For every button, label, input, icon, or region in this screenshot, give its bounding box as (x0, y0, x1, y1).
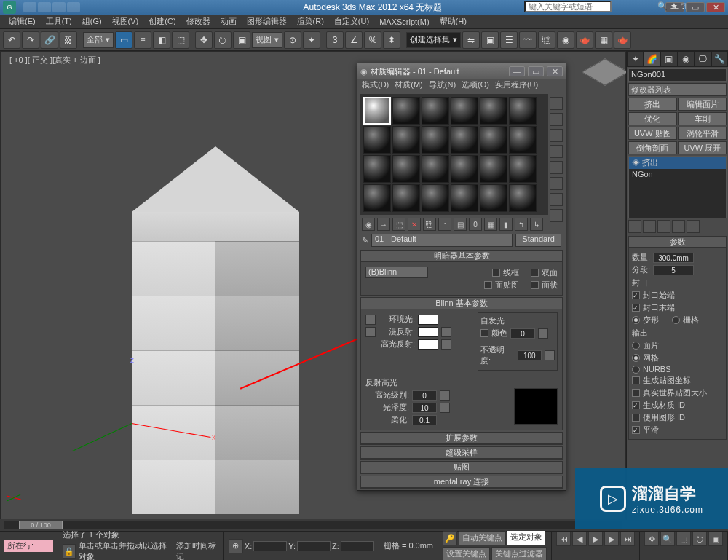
capstart-checkbox[interactable] (632, 291, 640, 299)
mat-menu-util[interactable]: 实用程序(U) (495, 79, 538, 92)
assign-to-selection-icon[interactable]: ⬚ (392, 218, 405, 231)
pick-material-icon[interactable]: ✎ (362, 236, 368, 245)
modifier-button-turbosmooth[interactable]: 涡轮平滑 (678, 127, 727, 140)
get-material-icon[interactable]: ◉ (362, 218, 375, 231)
make-unique-icon[interactable] (657, 220, 670, 233)
abs-rel-icon[interactable]: ⊕ (229, 539, 243, 553)
remove-mod-icon[interactable] (672, 220, 685, 233)
material-slot[interactable] (363, 184, 391, 212)
material-slot[interactable] (422, 155, 449, 183)
material-slot[interactable] (363, 126, 391, 154)
material-slot[interactable] (422, 126, 449, 154)
go-sibling-icon[interactable]: ↳ (530, 218, 543, 231)
infocenter-icon[interactable]: 🔍 (657, 1, 668, 11)
twosided-checkbox[interactable] (531, 269, 539, 277)
link-icon[interactable]: 🔗 (41, 31, 58, 49)
material-slot[interactable] (363, 155, 391, 183)
show-map-icon[interactable]: ▦ (484, 218, 497, 231)
menu-create[interactable]: 创建(C) (144, 15, 180, 28)
material-editor-window[interactable]: ◉ 材质编辑器 - 01 - Default — ▭ ✕ 模式(D) 材质(M)… (357, 63, 566, 491)
selfillum-color-checkbox[interactable] (480, 329, 488, 337)
manipulate-icon[interactable]: ✦ (303, 31, 320, 49)
modifier-list-combo[interactable]: 修改器列表 (628, 83, 727, 96)
object-name-field[interactable]: NGon001 (628, 68, 727, 82)
mat-min-button[interactable]: — (509, 66, 525, 76)
material-slot[interactable] (509, 155, 537, 183)
soften-spinner[interactable]: 0.1 (412, 415, 437, 425)
sample-type-icon[interactable] (550, 97, 563, 110)
material-slot[interactable] (392, 155, 420, 183)
put-to-library-icon[interactable]: ▤ (454, 218, 467, 231)
render-frame-icon[interactable]: ▦ (595, 31, 612, 49)
menu-customize[interactable]: 自定义(U) (330, 15, 373, 28)
material-slot[interactable] (509, 126, 537, 154)
material-slot[interactable] (451, 97, 478, 125)
material-slot[interactable] (392, 97, 420, 125)
undo-icon[interactable]: ↶ (3, 31, 20, 49)
make-unique-icon[interactable]: ∴ (438, 218, 451, 231)
make-copy-icon[interactable]: ⿻ (423, 218, 436, 231)
material-editor-icon[interactable]: ◉ (557, 31, 574, 49)
segments-spinner[interactable]: 5 (653, 265, 694, 275)
menu-maxscript[interactable]: MAXScript(M) (375, 16, 433, 28)
redo-icon[interactable]: ↷ (22, 31, 39, 49)
menu-animation[interactable]: 动画 (216, 15, 241, 28)
motion-tab-icon[interactable]: ◉ (678, 51, 695, 67)
ambient-lock-icon[interactable] (365, 315, 376, 325)
opacity-spinner[interactable]: 100 (518, 350, 542, 360)
unlink-icon[interactable]: ⛓ (60, 31, 77, 49)
material-slot[interactable] (480, 184, 507, 212)
modifier-button-bevelprofile[interactable]: 倒角剖面 (628, 141, 677, 154)
material-slot-1[interactable] (363, 97, 391, 125)
facemap-checkbox[interactable] (484, 281, 492, 289)
schematic-icon[interactable]: ⿻ (538, 31, 555, 49)
specular-swatch[interactable] (418, 339, 438, 350)
named-selset-combo[interactable]: 创建选择集▾ (406, 32, 461, 48)
modifier-button-editpatch[interactable]: 编辑面片 (678, 98, 727, 111)
mentalray-rollout-header[interactable]: mental ray 连接 (361, 476, 562, 488)
mirror-icon[interactable]: ⇋ (462, 31, 480, 49)
shader-combo[interactable]: (B)Blinn (365, 267, 428, 278)
material-slot[interactable] (392, 184, 420, 212)
material-slot[interactable] (509, 184, 537, 212)
material-name-combo[interactable]: 01 - Default (371, 234, 513, 247)
mat-menu-options[interactable]: 选项(O) (462, 79, 489, 92)
selkey-combo[interactable]: 选定对象 (507, 531, 545, 545)
video-check-icon[interactable] (550, 161, 563, 174)
go-parent-icon[interactable]: ↰ (515, 218, 528, 231)
pivot-icon[interactable]: ⊙ (284, 31, 301, 49)
extended-rollout-header[interactable]: 扩展参数 (361, 433, 562, 444)
maps-rollout-header[interactable]: 贴图 (361, 462, 562, 473)
selfillum-spinner[interactable]: 0 (510, 328, 535, 339)
maxscript-listener[interactable]: 所在行: (4, 540, 53, 552)
setkey-button[interactable]: 设置关键点 (443, 547, 490, 560)
display-tab-icon[interactable]: 🖵 (695, 51, 711, 67)
window-crossing-icon[interactable]: ⬚ (172, 31, 189, 49)
genmatids-checkbox[interactable] (632, 401, 640, 409)
menu-graph[interactable]: 图形编辑器 (242, 15, 291, 28)
ambient-swatch[interactable] (418, 315, 438, 325)
menu-modifiers[interactable]: 修改器 (182, 15, 215, 28)
rotate-icon[interactable]: ⭮ (214, 31, 232, 49)
coord-z-input[interactable] (341, 541, 374, 551)
diffuse-lock-icon[interactable] (365, 327, 376, 337)
put-to-scene-icon[interactable]: → (377, 218, 390, 231)
select-by-mat-icon[interactable] (550, 209, 563, 222)
material-slot[interactable] (480, 126, 507, 154)
material-slot[interactable] (480, 97, 507, 125)
zoom-icon[interactable]: 🔍 (660, 532, 675, 546)
autokey-button[interactable]: 自动关键点 (459, 531, 506, 545)
curve-editor-icon[interactable]: 〰 (519, 31, 537, 49)
help-search-input[interactable] (524, 1, 612, 12)
configure-sets-icon[interactable] (687, 220, 700, 233)
app-icon[interactable]: G (3, 1, 16, 14)
diffuse-swatch[interactable] (418, 327, 438, 337)
faceted-checkbox[interactable] (531, 281, 539, 289)
speclevel-map-button[interactable] (440, 390, 450, 401)
background-icon[interactable] (550, 129, 563, 142)
maximize-button[interactable]: ▭ (686, 2, 705, 12)
menu-view[interactable]: 视图(V) (108, 15, 143, 28)
utilities-tab-icon[interactable]: 🔧 (711, 51, 728, 67)
coord-x-input[interactable] (253, 541, 287, 551)
material-slot[interactable] (392, 126, 420, 154)
